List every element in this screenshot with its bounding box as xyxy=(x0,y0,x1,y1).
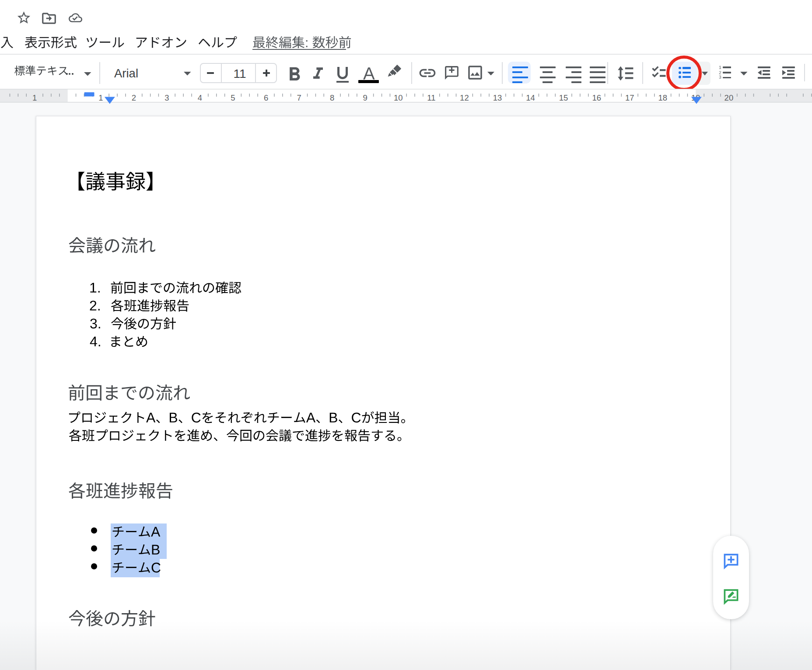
svg-text:13: 13 xyxy=(493,93,502,102)
svg-text:1: 1 xyxy=(32,93,37,102)
svg-text:2: 2 xyxy=(132,93,136,102)
svg-text:9: 9 xyxy=(363,93,368,102)
svg-text:12: 12 xyxy=(460,93,469,102)
svg-text:6: 6 xyxy=(264,93,268,102)
svg-text:20: 20 xyxy=(724,93,734,102)
svg-text:16: 16 xyxy=(592,93,601,102)
svg-text:1: 1 xyxy=(98,93,103,102)
svg-text:11: 11 xyxy=(427,93,435,102)
svg-text:14: 14 xyxy=(526,93,535,102)
svg-text:7: 7 xyxy=(297,93,301,102)
svg-text:17: 17 xyxy=(625,93,634,102)
svg-text:10: 10 xyxy=(394,93,403,102)
svg-text:15: 15 xyxy=(559,93,568,102)
svg-text:5: 5 xyxy=(231,93,235,102)
svg-text:8: 8 xyxy=(330,93,334,102)
svg-text:4: 4 xyxy=(198,93,202,102)
svg-text:3: 3 xyxy=(164,93,169,102)
svg-text:18: 18 xyxy=(658,93,668,102)
